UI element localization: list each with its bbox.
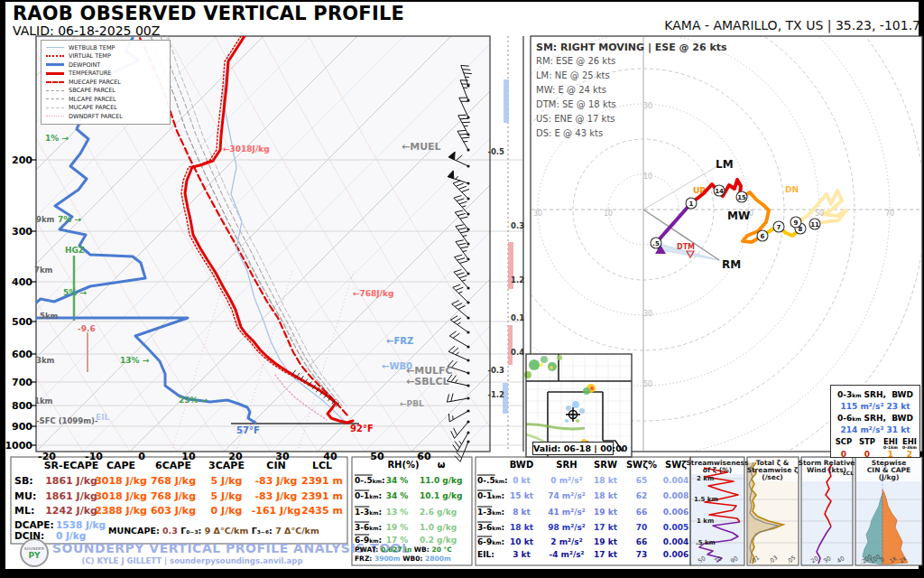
- hodograph-height-marker: 15: [736, 191, 747, 202]
- svg-text:DN: DN: [785, 185, 799, 194]
- plot-canvas: UPDN.511415678911: [0, 0, 924, 578]
- radar-map-inset: [524, 354, 632, 457]
- svg-text:15: 15: [737, 194, 746, 201]
- omega-bar: [508, 242, 513, 289]
- omega-bar: [508, 325, 513, 365]
- svg-text:11: 11: [810, 221, 819, 228]
- hodograph-height-marker: 9: [790, 217, 801, 228]
- svg-text:14: 14: [715, 188, 724, 195]
- hodograph-height-marker: 6: [757, 230, 768, 241]
- omega-bar: [504, 79, 509, 123]
- hodograph-height-marker: 1: [686, 198, 697, 209]
- hodograph-height-marker: .5: [651, 238, 661, 248]
- hodograph-height-marker: 11: [809, 219, 820, 229]
- hodograph-height-marker: 7: [773, 221, 784, 232]
- svg-text:9: 9: [794, 219, 799, 227]
- svg-text:7: 7: [777, 224, 781, 231]
- omega-bar: [503, 383, 508, 414]
- sounderpy-chart: { "header": { "title": "RAOB OBSERVED VE…: [0, 0, 924, 578]
- svg-text:1: 1: [689, 200, 694, 208]
- svg-text:.5: .5: [652, 240, 660, 247]
- svg-text:6: 6: [761, 233, 765, 240]
- hodograph-height-marker: 14: [714, 185, 725, 196]
